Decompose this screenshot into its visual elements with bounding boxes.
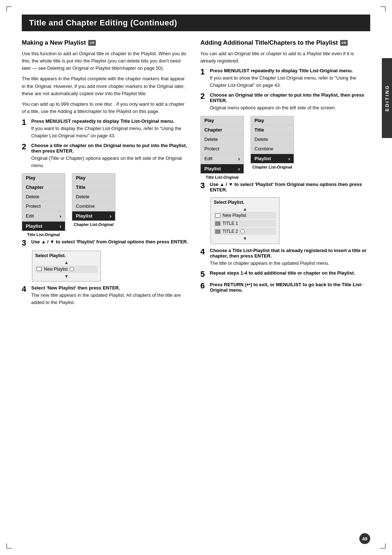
r-menu-item-title-2: Title bbox=[250, 125, 294, 134]
right-title1-item: TITLE 1 bbox=[214, 220, 276, 227]
left-intro-p2: The title appears in the Playlist comple… bbox=[22, 75, 189, 97]
r-menu-item-play-2: Play bbox=[250, 116, 294, 125]
right-intro-p1: You can add an Original title or chapter… bbox=[200, 50, 370, 65]
right-new-playlist-label: New Playlist bbox=[222, 213, 246, 218]
right-step2-title: Choose an Original title or chapter to p… bbox=[210, 92, 370, 103]
menu-item-play-1: Play bbox=[22, 173, 65, 182]
r-menu-item-protect-1: Protect bbox=[200, 144, 244, 153]
r-menu-item-playlist-1: Playlist bbox=[200, 164, 244, 174]
right-step3-title: Use ▲ / ▼ to select 'Playlist' from Orig… bbox=[210, 182, 370, 193]
menu-item-delete-2: Delete bbox=[72, 192, 115, 201]
right-step3: 3 Use ▲ / ▼ to select 'Playlist' from Or… bbox=[200, 182, 370, 194]
page: EDITING Title and Chapter Editing (Conti… bbox=[0, 0, 392, 555]
menu-item-title-2: Title bbox=[72, 183, 115, 192]
left-new-playlist-item: New Playlist bbox=[35, 266, 98, 273]
left-intro-p1: Use this function to add an Original tit… bbox=[22, 50, 189, 72]
left-menu-box-chapter: Play Title Delete Combine Playlist Chapt… bbox=[72, 173, 115, 237]
left-intro-p3: You can add up to 999 chapters to one di… bbox=[22, 101, 189, 115]
right-new-playlist-item: New Playlist bbox=[214, 212, 276, 219]
menu-item-playlist-1: Playlist bbox=[22, 221, 65, 231]
r-menu-item-delete-1: Delete bbox=[200, 135, 244, 144]
corner-mark-tr bbox=[380, 7, 385, 12]
left-select-playlist-label: Select Playlist. bbox=[35, 253, 98, 258]
left-step4-title: Select 'New Playlist' then press ENTER. bbox=[31, 285, 189, 291]
left-column: Making a New Playlist VR Use this functi… bbox=[22, 39, 189, 309]
left-step3-title: Use ▲ / ▼ to select 'Playlist' from Orig… bbox=[31, 239, 189, 244]
left-step2-text: Original (Title or Chapter) options appe… bbox=[31, 155, 189, 169]
menu-item-combine-2: Combine bbox=[72, 202, 115, 211]
editing-label: EDITING bbox=[384, 85, 390, 112]
left-circle-icon bbox=[70, 267, 74, 271]
menu-item-delete-1: Delete bbox=[22, 192, 65, 201]
left-playlist-icon bbox=[37, 267, 42, 271]
left-menu-boxes: Play Chapter Delete Protect Edit Playlis… bbox=[22, 173, 189, 237]
page-number: 49 bbox=[359, 533, 370, 544]
right-step5-title: Repeat steps 1-4 to add additional title… bbox=[210, 270, 370, 276]
r-menu-item-delete-2: Delete bbox=[250, 135, 294, 144]
right-menu-box-chapter: Play Title Delete Combine Playlist Chapt… bbox=[250, 116, 294, 179]
right-playlist-down-arrow: ▼ bbox=[214, 236, 276, 242]
corner-mark-tl bbox=[7, 7, 12, 12]
right-section-heading: Adding Additional Title/Chapters to the … bbox=[200, 39, 370, 46]
right-section-heading-text: Adding Additional Title/Chapters to the … bbox=[200, 39, 338, 46]
right-column: Adding Additional Title/Chapters to the … bbox=[200, 39, 370, 309]
right-select-playlist-label: Select Playlist. bbox=[214, 200, 276, 205]
right-title2-item: TITLE 2 bbox=[214, 228, 276, 235]
right-step2-text: Original menu options appears on the lef… bbox=[210, 104, 370, 112]
menu-item-edit-1: Edit bbox=[22, 211, 65, 221]
right-step6-title: Press RETURN (↩) to exit, or MENU/LIST t… bbox=[210, 282, 370, 293]
r-menu-item-chapter-1: Chapter bbox=[200, 125, 244, 134]
left-playlist-up-arrow: ▲ bbox=[35, 260, 98, 266]
right-step1: 1 Press MENU/LIST repeatedly to display … bbox=[200, 68, 370, 89]
left-step1-title: Press MENU/LIST repeatedly to display Ti… bbox=[31, 118, 189, 124]
right-title2-label: TITLE 2 bbox=[222, 229, 238, 234]
page-title: Title and Chapter Editing (Continued) bbox=[22, 15, 370, 31]
menu-item-play-2: Play bbox=[72, 173, 115, 182]
two-column-layout: Making a New Playlist VR Use this functi… bbox=[22, 39, 370, 309]
corner-mark-bl bbox=[7, 543, 12, 548]
vr-badge-right: VR bbox=[340, 40, 348, 46]
right-step5: 5 Repeat steps 1-4 to add additional tit… bbox=[200, 270, 370, 278]
left-step3: 3 Use ▲ / ▼ to select 'Playlist' from Or… bbox=[22, 239, 189, 247]
right-title2-icon bbox=[215, 230, 220, 234]
left-menu-box-title: Play Chapter Delete Protect Edit Playlis… bbox=[22, 173, 65, 237]
right-menu-box-title: Play Chapter Delete Protect Edit Playlis… bbox=[200, 116, 244, 179]
right-step2: 2 Choose an Original title or chapter to… bbox=[200, 92, 370, 112]
left-menu-label-1: Title List-Original bbox=[22, 232, 65, 237]
left-section-heading: Making a New Playlist VR bbox=[22, 39, 189, 46]
menu-item-playlist-2: Playlist bbox=[72, 211, 115, 221]
left-playlist-down-arrow: ▼ bbox=[35, 274, 98, 279]
r-menu-item-playlist-2: Playlist bbox=[250, 154, 294, 163]
left-menu-label-2: Chapter List-Original bbox=[72, 222, 115, 227]
left-step2-title: Choose a title or chapter on the Origina… bbox=[31, 143, 189, 154]
menu-item-protect-1: Protect bbox=[22, 202, 65, 211]
right-step1-title: Press MENU/LIST repeatedly to display Ti… bbox=[210, 68, 370, 73]
r-menu-item-play-1: Play bbox=[200, 116, 244, 125]
left-step1: 1 Press MENU/LIST repeatedly to display … bbox=[22, 118, 189, 139]
right-select-playlist-box: Select Playlist. ▲ New Playlist TITLE 1 … bbox=[211, 197, 279, 244]
r-menu-item-edit-1: Edit bbox=[200, 154, 244, 163]
left-new-playlist-label: New Playlist bbox=[44, 267, 68, 272]
editing-sidebar: EDITING bbox=[382, 58, 392, 138]
left-step1-text: If you want to display the Chapter List-… bbox=[31, 125, 189, 139]
corner-mark-br bbox=[380, 543, 385, 548]
left-step2: 2 Choose a title or chapter on the Origi… bbox=[22, 143, 189, 169]
right-title1-icon bbox=[215, 222, 220, 226]
right-step4: 4 Choose a Title List-Playlist that is a… bbox=[200, 248, 370, 267]
right-step4-text: The title or chapter appears in the upda… bbox=[210, 260, 370, 267]
left-select-playlist-box: Select Playlist. ▲ New Playlist ▼ bbox=[32, 251, 101, 281]
right-step1-text: If you want to show the Chapter List-Ori… bbox=[210, 74, 370, 89]
left-step4: 4 Select 'New Playlist' then press ENTER… bbox=[22, 285, 189, 306]
right-playlist-up-arrow: ▲ bbox=[214, 206, 276, 212]
right-step6: 6 Press RETURN (↩) to exit, or MENU/LIST… bbox=[200, 282, 370, 294]
right-circle-icon bbox=[240, 229, 245, 234]
right-step4-title: Choose a Title List-Playlist that is alr… bbox=[210, 248, 370, 259]
left-step4-text: The new title appears in the updated Pla… bbox=[31, 292, 189, 306]
right-new-playlist-icon bbox=[215, 214, 220, 218]
right-menu-boxes: Play Chapter Delete Protect Edit Playlis… bbox=[200, 116, 370, 179]
r-menu-item-combine-2: Combine bbox=[250, 144, 294, 153]
menu-item-chapter-1: Chapter bbox=[22, 183, 65, 192]
right-menu-label-1: Title List-Original bbox=[200, 175, 244, 179]
right-title1-label: TITLE 1 bbox=[222, 221, 238, 226]
right-menu-label-2: Chapter List-Original bbox=[250, 165, 294, 169]
